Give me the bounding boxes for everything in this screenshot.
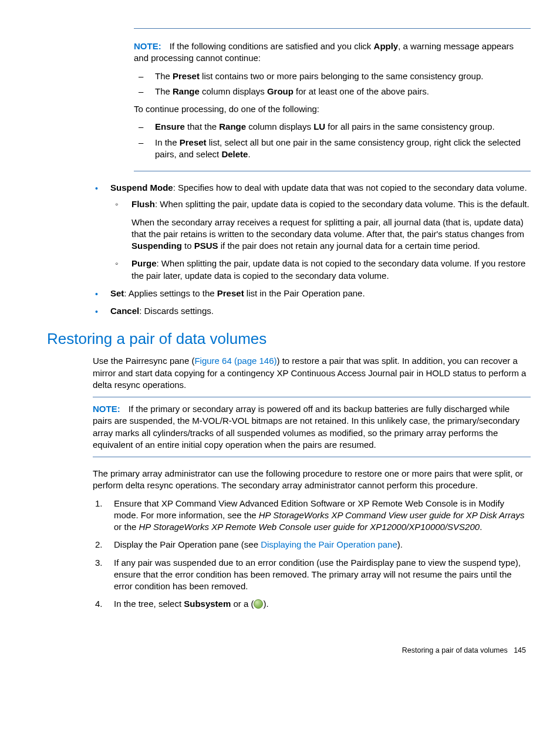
note-label: NOTE: <box>93 404 120 414</box>
note-box-apply: NOTE: If the following conditions are sa… <box>134 28 531 171</box>
step-3: If any pair was suspended due to an erro… <box>93 557 531 593</box>
pair-operation-link[interactable]: Displaying the Pair Operation pane <box>261 539 397 549</box>
procedure-list: Ensure that XP Command View Advanced Edi… <box>93 498 531 610</box>
note-conditions-list: The Preset list contains two or more pai… <box>134 70 531 98</box>
step-1: Ensure that XP Command View Advanced Edi… <box>93 498 531 534</box>
list-item: The Preset list contains two or more pai… <box>155 70 531 82</box>
list-item: In the Preset list, select all but one p… <box>155 137 531 161</box>
section-heading: Restoring a pair of data volumes <box>47 329 531 349</box>
list-item-cancel: Cancel: Discards settings. <box>89 305 531 317</box>
subsystem-icon <box>254 599 263 609</box>
figure-link[interactable]: Figure 64 (page 146) <box>194 356 276 366</box>
note-continue-text: To continue processing, do one of the fo… <box>134 103 531 115</box>
admin-paragraph: The primary array administrator can use … <box>93 468 531 492</box>
list-item: Ensure that the Range column displays LU… <box>155 121 531 133</box>
list-item-set: Set: Applies settings to the Preset list… <box>89 288 531 299</box>
section-intro-paragraph: Use the Pairresync pane (Figure 64 (page… <box>93 355 531 391</box>
list-item-purge: Purge: When splitting the pair, update d… <box>131 258 531 282</box>
note-text: If the primary or secondary array is pow… <box>93 404 519 450</box>
page-footer: Restoring a pair of data volumes 145 <box>47 646 531 656</box>
note-box-power: NOTE: If the primary or secondary array … <box>93 397 531 457</box>
list-item-flush: Flush: When splitting the pair, update d… <box>131 198 531 252</box>
step-4: In the tree, select Subsystem or a (). <box>93 598 531 610</box>
note-label: NOTE: <box>134 41 161 51</box>
step-2: Display the Pair Operation pane (see Dis… <box>93 539 531 551</box>
note-text: If the following conditions are satisfie… <box>134 41 514 63</box>
list-item: The Range column displays Group for at l… <box>155 86 531 97</box>
options-list: Suspend Mode: Specifies how to deal with… <box>89 182 531 317</box>
list-item-suspend-mode: Suspend Mode: Specifies how to deal with… <box>89 182 531 282</box>
note-remedies-list: Ensure that the Range column displays LU… <box>134 121 531 160</box>
